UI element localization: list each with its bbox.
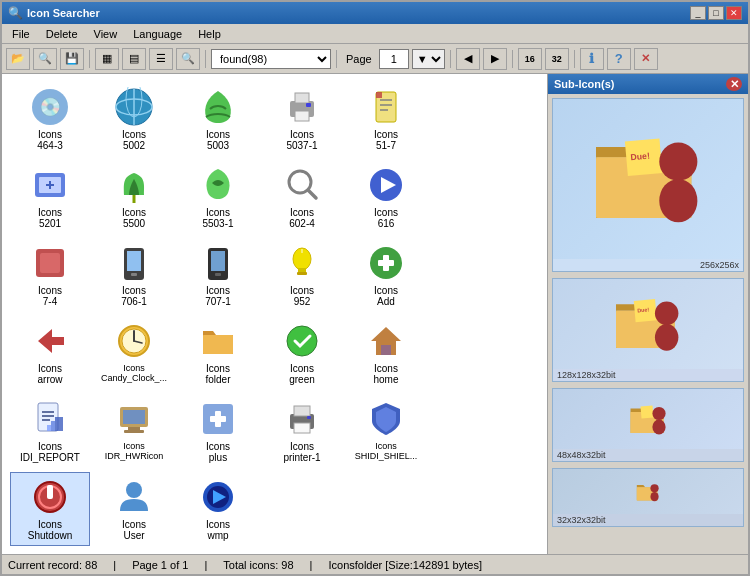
menubar: File Delete View Language Help — [2, 24, 748, 44]
icon-img-idi-report — [30, 399, 70, 439]
next-page-button[interactable]: ▶ — [483, 48, 507, 70]
view-large-button[interactable]: ▦ — [95, 48, 119, 70]
icon-item-candy-clock[interactable]: IconsCandy_Clock_... — [94, 316, 174, 390]
svg-line-17 — [308, 190, 316, 198]
svg-rect-27 — [215, 273, 221, 276]
icon-item-5201[interactable]: Icons5201 — [10, 160, 90, 234]
close-button[interactable]: ✕ — [726, 6, 742, 20]
save-button[interactable]: 💾 — [60, 48, 84, 70]
info-button[interactable]: ℹ — [580, 48, 604, 70]
icon-item-idr-hwricon[interactable]: IconsIDR_HWRicon — [94, 394, 174, 468]
menu-delete[interactable]: Delete — [40, 27, 84, 41]
svg-point-40 — [287, 326, 317, 356]
icon-item-464-3[interactable]: 💿 Icons464-3 — [10, 82, 90, 156]
prev-page-button[interactable]: ◀ — [456, 48, 480, 70]
icon-item-51-7[interactable]: Icons51-7 — [346, 82, 426, 156]
icon-img-arrow — [30, 321, 70, 361]
status-total-icons: Total icons: 98 — [223, 559, 293, 571]
icon-img-706-1 — [114, 243, 154, 283]
app-title: Icon Searcher — [27, 7, 100, 19]
icon-img-user — [114, 477, 154, 517]
icon-item-printer-1[interactable]: Iconsprinter-1 — [262, 394, 342, 468]
icon-img-602-4 — [282, 165, 322, 205]
maximize-button[interactable]: □ — [708, 6, 724, 20]
icon-label-arrow: Iconsarrow — [37, 363, 62, 385]
icon-item-5002[interactable]: Icons5002 — [94, 82, 174, 156]
svg-rect-30 — [297, 272, 307, 275]
toolbar-separator-5 — [512, 50, 513, 68]
icon-item-shutdown[interactable]: IconsShutdown — [10, 472, 90, 546]
svg-rect-8 — [295, 111, 309, 121]
icon-img-plus — [198, 399, 238, 439]
icon-item-arrow[interactable]: Iconsarrow — [10, 316, 90, 390]
icon-item-wmp[interactable]: Iconswmp — [178, 472, 258, 546]
icon-label-51-7: Icons51-7 — [374, 129, 398, 151]
medium-preview: Due! — [553, 279, 743, 369]
sub-icon-large-item: Due! 256x256x — [552, 98, 744, 272]
statusbar: Current record: 88 | Page 1 of 1 | Total… — [2, 554, 748, 574]
minimize-button[interactable]: _ — [690, 6, 706, 20]
icon-item-shidi-shield[interactable]: IconsSHIDI_SHIEL... — [346, 394, 426, 468]
search-button[interactable]: 🔍 — [33, 48, 57, 70]
svg-rect-46 — [42, 419, 50, 421]
icon-item-616[interactable]: Icons616 — [346, 160, 426, 234]
svg-rect-48 — [51, 421, 55, 431]
icon-item-7-4[interactable]: Icons7-4 — [10, 238, 90, 312]
menu-view[interactable]: View — [88, 27, 124, 41]
svg-rect-33 — [383, 255, 389, 271]
icon-item-602-4[interactable]: Icons602-4 — [262, 160, 342, 234]
open-folder-button[interactable]: 📂 — [6, 48, 30, 70]
toolbar-separator-4 — [450, 50, 451, 68]
icon-item-add[interactable]: IconsAdd — [346, 238, 426, 312]
svg-rect-58 — [294, 406, 310, 416]
icon-item-5503-1[interactable]: Icons5503-1 — [178, 160, 258, 234]
icon-item-home[interactable]: Iconshome — [346, 316, 426, 390]
svg-point-80 — [652, 406, 665, 419]
menu-help[interactable]: Help — [192, 27, 227, 41]
size-32-button[interactable]: 32 — [545, 48, 569, 70]
icon-item-5500[interactable]: Icons5500 — [94, 160, 174, 234]
page-label: Page — [346, 53, 372, 65]
icon-label-shidi-shield: IconsSHIDI_SHIEL... — [355, 441, 418, 461]
icon-item-plus[interactable]: Iconsplus — [178, 394, 258, 468]
sub-icon-size-128: 128x128x32bit — [553, 369, 743, 381]
icon-img-folder — [198, 321, 238, 361]
icon-item-folder[interactable]: Iconsfolder — [178, 316, 258, 390]
view-list-button[interactable]: ☰ — [149, 48, 173, 70]
view-small-button[interactable]: ▤ — [122, 48, 146, 70]
toolbar-separator-2 — [205, 50, 206, 68]
svg-rect-42 — [381, 345, 391, 355]
sub-icon-size-256: 256x256x — [553, 259, 743, 271]
icon-item-952[interactable]: Icons952 — [262, 238, 342, 312]
icon-item-green[interactable]: Iconsgreen — [262, 316, 342, 390]
app-icon: 🔍 — [8, 6, 23, 20]
icon-item-5003[interactable]: Icons5003 — [178, 82, 258, 156]
status-separator-3: | — [310, 559, 313, 571]
svg-rect-23 — [127, 251, 141, 271]
sub-panel-title: Sub-Icon(s) ✕ — [548, 74, 748, 94]
svg-marker-34 — [38, 329, 64, 353]
svg-point-83 — [650, 484, 658, 492]
svg-text:Due!: Due! — [637, 306, 650, 313]
menu-language[interactable]: Language — [127, 27, 188, 41]
help-button[interactable]: ? — [607, 48, 631, 70]
icon-label-5201: Icons5201 — [38, 207, 62, 229]
titlebar-controls: _ □ ✕ — [690, 6, 742, 20]
icon-item-706-1[interactable]: Icons706-1 — [94, 238, 174, 312]
icon-item-5037-1[interactable]: Icons5037-1 — [262, 82, 342, 156]
stop-button[interactable]: ✕ — [634, 48, 658, 70]
sub-panel-close-button[interactable]: ✕ — [726, 77, 742, 91]
page-select[interactable]: ▼ — [412, 49, 445, 69]
size-16-button[interactable]: 16 — [518, 48, 542, 70]
icon-item-707-1[interactable]: Icons707-1 — [178, 238, 258, 312]
icon-item-user[interactable]: IconsUser — [94, 472, 174, 546]
sub-icon-size-32: 32x32x32bit — [553, 514, 743, 526]
search-dropdown[interactable]: found(98) — [211, 49, 331, 69]
icon-label-candy-clock: IconsCandy_Clock_... — [101, 363, 167, 383]
menu-file[interactable]: File — [6, 27, 36, 41]
icon-label-616: Icons616 — [374, 207, 398, 229]
view-detail-button[interactable]: 🔍 — [176, 48, 200, 70]
icon-item-idi-report[interactable]: IconsIDI_REPORT — [10, 394, 90, 468]
icon-label-7-4: Icons7-4 — [38, 285, 62, 307]
icon-label-5003: Icons5003 — [206, 129, 230, 151]
